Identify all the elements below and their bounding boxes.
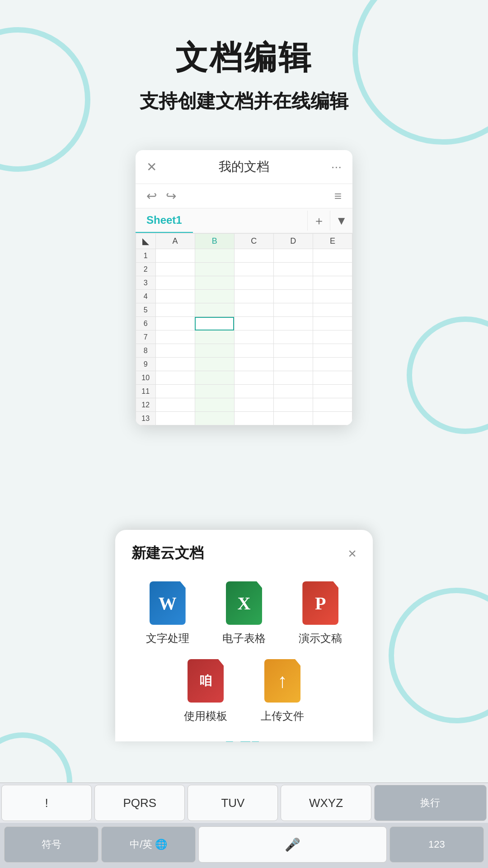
modal-close-icon[interactable]: × [348, 545, 357, 562]
col-header-d[interactable]: D [273, 234, 313, 249]
col-header-c[interactable]: C [234, 234, 273, 249]
cell-B4[interactable] [195, 290, 234, 303]
cell-C13[interactable] [234, 412, 273, 425]
cell-C11[interactable] [234, 385, 273, 398]
cell-A5[interactable] [155, 303, 195, 317]
col-header-a[interactable]: A [155, 234, 195, 249]
cell-D3[interactable] [273, 276, 313, 290]
cell-B6[interactable] [195, 317, 234, 330]
redo-icon[interactable]: ↪ [166, 189, 176, 203]
cell-A4[interactable] [155, 290, 195, 303]
key-123[interactable]: 123 [389, 826, 484, 863]
cell-A11[interactable] [155, 385, 195, 398]
cell-E10[interactable] [313, 371, 352, 385]
modal-items-row2: 使用模板 上传文件 [115, 655, 373, 728]
cell-C6[interactable] [234, 317, 273, 330]
key-exclamation[interactable]: ! [1, 785, 92, 821]
menu-icon[interactable]: ≡ [334, 189, 342, 203]
cell-A10[interactable] [155, 371, 195, 385]
add-sheet-icon[interactable]: ＋ [307, 211, 330, 231]
cell-A2[interactable] [155, 263, 195, 276]
cell-E4[interactable] [313, 290, 352, 303]
cell-B3[interactable] [195, 276, 234, 290]
template-icon [188, 659, 224, 703]
sheet-tab[interactable]: Sheet1 [136, 208, 193, 233]
key-pqrs[interactable]: PQRS [94, 785, 185, 821]
cell-C4[interactable] [234, 290, 273, 303]
key-tuv[interactable]: TUV [188, 785, 278, 821]
page: 文档编辑 支持创建文档并在线编辑 ✕ 我的文档 ··· ↩ ↪ ≡ Sheet1 [0, 0, 488, 868]
cell-E1[interactable] [313, 249, 352, 263]
cell-E5[interactable] [313, 303, 352, 317]
cell-C3[interactable] [234, 276, 273, 290]
key-symbols[interactable]: 符号 [4, 826, 99, 863]
cell-E7[interactable] [313, 330, 352, 344]
cell-E13[interactable] [313, 412, 352, 425]
modal-item-template[interactable]: 使用模板 [169, 659, 242, 723]
key-enter[interactable]: 换行 [374, 785, 487, 821]
cell-A1[interactable] [155, 249, 195, 263]
cell-B8[interactable] [195, 344, 234, 358]
cell-E8[interactable] [313, 344, 352, 358]
modal-item-excel[interactable]: 电子表格 [208, 581, 280, 646]
cell-E11[interactable] [313, 385, 352, 398]
word-icon [150, 581, 186, 625]
modal-item-word[interactable]: 文字处理 [131, 581, 203, 646]
cell-D11[interactable] [273, 385, 313, 398]
cell-E2[interactable] [313, 263, 352, 276]
key-space[interactable]: 🎤 [198, 826, 386, 863]
col-header-e[interactable]: E [313, 234, 352, 249]
cell-D1[interactable] [273, 249, 313, 263]
cell-A13[interactable] [155, 412, 195, 425]
cell-C12[interactable] [234, 398, 273, 412]
cell-D5[interactable] [273, 303, 313, 317]
cell-D12[interactable] [273, 398, 313, 412]
cell-C1[interactable] [234, 249, 273, 263]
sheet-dropdown-icon[interactable]: ▼ [330, 211, 352, 231]
col-header-b[interactable]: B [195, 234, 234, 249]
cell-C9[interactable] [234, 358, 273, 371]
undo-icon[interactable]: ↩ [146, 189, 157, 203]
cell-D10[interactable] [273, 371, 313, 385]
cell-A3[interactable] [155, 276, 195, 290]
cell-C8[interactable] [234, 344, 273, 358]
cell-B10[interactable] [195, 371, 234, 385]
modal-item-upload[interactable]: 上传文件 [246, 659, 319, 723]
cell-B7[interactable] [195, 330, 234, 344]
row-num-12: 12 [136, 398, 156, 412]
more-icon[interactable]: ··· [331, 160, 342, 174]
cell-D13[interactable] [273, 412, 313, 425]
cell-B12[interactable] [195, 398, 234, 412]
cell-D6[interactable] [273, 317, 313, 330]
cell-E6[interactable] [313, 317, 352, 330]
cell-A8[interactable] [155, 344, 195, 358]
cell-C5[interactable] [234, 303, 273, 317]
cell-C7[interactable] [234, 330, 273, 344]
cell-A12[interactable] [155, 398, 195, 412]
cell-B2[interactable] [195, 263, 234, 276]
cell-B11[interactable] [195, 385, 234, 398]
key-lang[interactable]: 中/英 🌐 [101, 826, 196, 863]
cell-B1[interactable] [195, 249, 234, 263]
cell-E9[interactable] [313, 358, 352, 371]
close-icon[interactable]: ✕ [146, 160, 157, 175]
cell-A9[interactable] [155, 358, 195, 371]
cell-D9[interactable] [273, 358, 313, 371]
cell-D8[interactable] [273, 344, 313, 358]
cell-D4[interactable] [273, 290, 313, 303]
cell-D7[interactable] [273, 330, 313, 344]
cell-A6[interactable] [155, 317, 195, 330]
cell-D2[interactable] [273, 263, 313, 276]
cell-A7[interactable] [155, 330, 195, 344]
cell-E3[interactable] [313, 276, 352, 290]
cell-C2[interactable] [234, 263, 273, 276]
cell-B5[interactable] [195, 303, 234, 317]
key-wxyz[interactable]: WXYZ [281, 785, 371, 821]
modal-header: 新建云文档 × [115, 530, 373, 572]
row-num-9: 9 [136, 358, 156, 371]
cell-B13[interactable] [195, 412, 234, 425]
cell-C10[interactable] [234, 371, 273, 385]
modal-item-ppt[interactable]: 演示文稿 [285, 581, 357, 646]
cell-B9[interactable] [195, 358, 234, 371]
cell-E12[interactable] [313, 398, 352, 412]
